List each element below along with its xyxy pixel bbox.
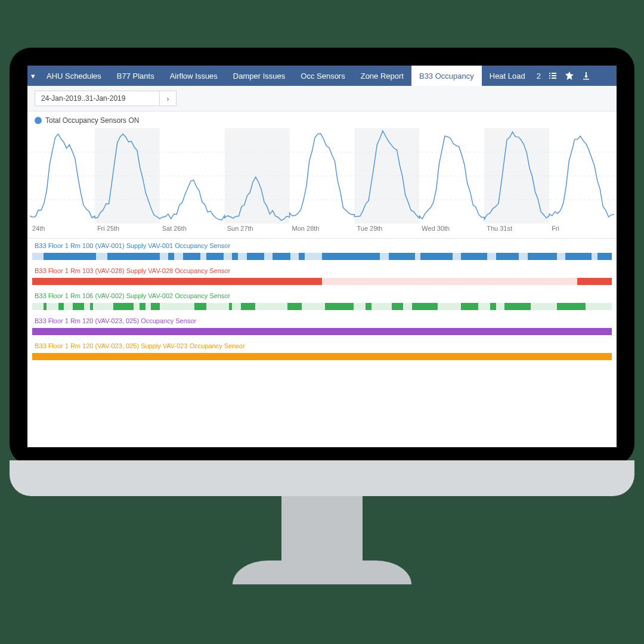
lane-label: B33 Floor 1 Rm 100 (VAV-001) Supply VAV-… [35, 242, 230, 249]
lane-segment [32, 353, 612, 360]
lane-segment [273, 253, 290, 260]
lane-label: B33 Floor 1 Rm 120 (VAV-023, 025) Occupa… [35, 317, 196, 324]
lane-segment [461, 253, 487, 260]
lane-segment [90, 303, 93, 310]
monitor-foot [233, 561, 411, 584]
svg-rect-1 [552, 73, 556, 74]
lane-segment [322, 253, 380, 260]
lane-segment [140, 303, 145, 310]
date-range-text: 24-Jan-2019..31-Jan-2019 [41, 94, 125, 103]
download-icon [581, 71, 591, 80]
tab-airflow-issues[interactable]: Airflow Issues [162, 66, 225, 86]
tab-download-button[interactable] [578, 66, 595, 86]
lane-segment [44, 303, 47, 310]
lane-segment [557, 303, 586, 310]
list-icon [548, 71, 558, 80]
sensor-lanes: B33 Floor 1 Rm 100 (VAV-001) Supply VAV-… [27, 239, 617, 371]
tab-label: Heat Load [490, 72, 525, 80]
x-tick: Sun 27th [225, 225, 290, 232]
lane-segment [32, 328, 612, 335]
screen-content: ▾ AHU Schedules B77 Plants Airflow Issue… [27, 66, 617, 447]
tab-label: Airflow Issues [170, 72, 218, 80]
chart-legend: Total Occupancy Sensors ON [30, 115, 614, 128]
lane-label: B33 Floor 1 Rm 120 (VAV-023, 025) Supply… [35, 342, 245, 349]
lane-segment [565, 253, 592, 260]
lane-segment [299, 253, 305, 260]
sensor-lane[interactable]: B33 Floor 1 Rm 120 (VAV-023, 025) Occupa… [30, 317, 614, 335]
chart-x-axis: 24thFri 25thSat 26thSun 27thMon 28thTue … [30, 224, 614, 237]
overflow-label: 2 [537, 72, 541, 80]
sensor-lane[interactable]: B33 Floor 1 Rm 120 (VAV-023, 025) Supply… [30, 342, 614, 360]
tab-dropdown[interactable]: ▾ [27, 66, 39, 86]
lane-segment [229, 303, 232, 310]
monitor-neck [281, 496, 363, 568]
lane-segment [461, 303, 478, 310]
date-toolbar: 24-Jan-2019..31-Jan-2019 › [27, 86, 617, 112]
tab-label: Occ Sensors [301, 72, 345, 80]
legend-swatch [35, 117, 42, 124]
lane-segment [194, 303, 206, 310]
tab-list-button[interactable] [544, 66, 561, 86]
lane-track [32, 303, 612, 310]
legend-label: Total Occupancy Sensors ON [45, 116, 139, 125]
tab-label: AHU Schedules [47, 72, 101, 80]
lane-segment [577, 278, 612, 285]
tab-heat-load[interactable]: Heat Load [482, 66, 533, 86]
tab-favorite-button[interactable] [561, 66, 578, 86]
svg-rect-2 [549, 75, 550, 76]
lane-label: B33 Floor 1 Rm 106 (VAV-002) Supply VAV-… [35, 292, 230, 299]
lane-segment [206, 253, 224, 260]
date-next-button[interactable]: › [160, 91, 177, 106]
lane-segment [392, 303, 403, 310]
lane-segment [32, 278, 322, 285]
chevron-right-icon: › [166, 94, 169, 103]
tab-label: Zone Report [361, 72, 404, 80]
lane-segment [183, 253, 200, 260]
tab-label: B77 Plants [117, 72, 154, 80]
sensor-lane[interactable]: B33 Floor 1 Rm 100 (VAV-001) Supply VAV-… [30, 242, 614, 260]
tab-damper-issues[interactable]: Damper Issues [225, 66, 293, 86]
lane-segment [73, 303, 84, 310]
date-range-input[interactable]: 24-Jan-2019..31-Jan-2019 [35, 91, 160, 106]
sensor-lane[interactable]: B33 Floor 1 Rm 106 (VAV-002) Supply VAV-… [30, 292, 614, 310]
x-tick: 24th [30, 225, 95, 232]
tab-label: B33 Occupancy [419, 72, 474, 80]
tab-b77-plants[interactable]: B77 Plants [109, 66, 162, 86]
tab-label: Damper Issues [233, 72, 285, 80]
tab-zone-report[interactable]: Zone Report [353, 66, 411, 86]
tab-occ-sensors[interactable]: Occ Sensors [293, 66, 352, 86]
lane-segment [58, 303, 64, 310]
svg-rect-6 [583, 79, 589, 80]
lane-segment [44, 253, 95, 260]
lane-track [32, 328, 612, 335]
sensor-lane[interactable]: B33 Floor 1 Rm 103 (VAV-028) Supply VAV-… [30, 267, 614, 285]
lane-segment [247, 253, 264, 260]
chart-canvas[interactable] [30, 128, 614, 224]
star-icon [565, 71, 574, 80]
lane-segment [366, 303, 371, 310]
x-tick: Fri 25th [95, 225, 160, 232]
main-chart-panel: Total Occupancy Sensors ON 24thFri 25thS… [27, 112, 617, 239]
x-tick: Fri [549, 225, 614, 232]
tab-b33-occupancy[interactable]: B33 Occupancy [411, 66, 482, 86]
lane-segment [151, 303, 160, 310]
x-tick: Mon 28th [290, 225, 355, 232]
lane-segment [325, 303, 354, 310]
lane-segment [420, 253, 452, 260]
x-tick: Sat 26th [160, 225, 225, 232]
tab-overflow-count[interactable]: 2 [533, 66, 544, 86]
lane-segment [107, 253, 159, 260]
svg-rect-5 [552, 78, 556, 79]
lane-segment [528, 253, 557, 260]
monitor-base [10, 460, 634, 496]
lane-segment [232, 253, 238, 260]
chevron-down-icon: ▾ [31, 72, 35, 80]
lane-segment [168, 253, 174, 260]
tab-ahu-schedules[interactable]: AHU Schedules [39, 66, 109, 86]
svg-rect-4 [549, 78, 550, 79]
lane-segment [113, 303, 134, 310]
svg-rect-0 [549, 73, 550, 74]
lane-label: B33 Floor 1 Rm 103 (VAV-028) Supply VAV-… [35, 267, 230, 274]
x-tick: Wed 30th [419, 225, 484, 232]
lane-segment [287, 303, 302, 310]
